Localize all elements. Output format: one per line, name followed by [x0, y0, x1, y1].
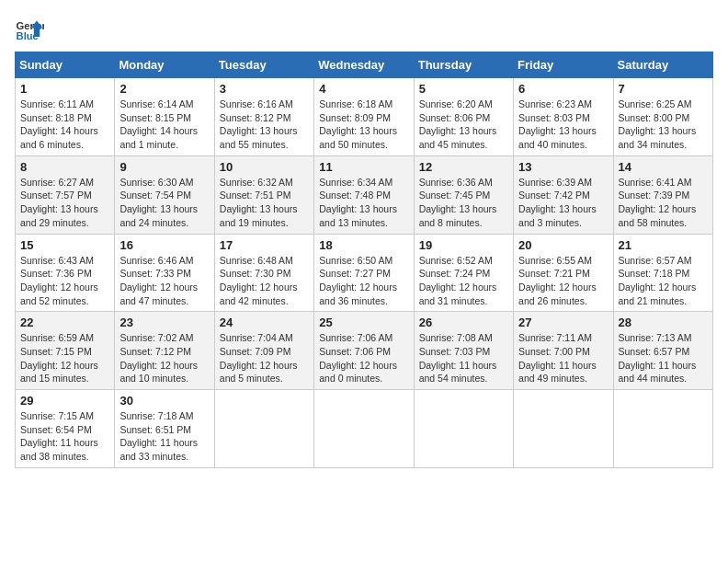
- calendar-cell: 11Sunrise: 6:34 AMSunset: 7:48 PMDayligh…: [314, 155, 414, 234]
- day-info: Sunrise: 7:13 AMSunset: 6:57 PMDaylight:…: [619, 331, 708, 385]
- day-number: 29: [20, 394, 109, 408]
- day-info: Sunrise: 6:36 AMSunset: 7:45 PMDaylight:…: [419, 176, 508, 230]
- day-number: 27: [518, 316, 608, 329]
- day-info: Sunrise: 7:18 AMSunset: 6:51 PMDaylight:…: [119, 409, 209, 464]
- calendar-cell: 5Sunrise: 6:20 AMSunset: 8:06 PMDaylight…: [414, 78, 513, 156]
- calendar-cell: 28Sunrise: 7:13 AMSunset: 6:57 PMDayligh…: [613, 312, 712, 390]
- day-info: Sunrise: 6:34 AMSunset: 7:48 PMDaylight:…: [319, 176, 408, 230]
- day-info: Sunrise: 6:52 AMSunset: 7:24 PMDaylight:…: [419, 254, 508, 308]
- day-number: 22: [20, 316, 109, 329]
- weekday-header-row: SundayMondayTuesdayWednesdayThursdayFrid…: [16, 52, 713, 78]
- calendar-cell: 29Sunrise: 7:15 AMSunset: 6:54 PMDayligh…: [16, 390, 115, 468]
- day-info: Sunrise: 6:55 AMSunset: 7:21 PMDaylight:…: [518, 254, 608, 308]
- calendar-cell: 21Sunrise: 6:57 AMSunset: 7:18 PMDayligh…: [613, 234, 712, 312]
- calendar-cell: 2Sunrise: 6:14 AMSunset: 8:15 PMDaylight…: [115, 78, 214, 156]
- day-info: Sunrise: 6:18 AMSunset: 8:09 PMDaylight:…: [319, 98, 408, 152]
- calendar-cell: 14Sunrise: 6:41 AMSunset: 7:39 PMDayligh…: [613, 155, 712, 234]
- day-info: Sunrise: 7:11 AMSunset: 7:00 PMDaylight:…: [518, 331, 608, 385]
- day-info: Sunrise: 6:59 AMSunset: 7:15 PMDaylight:…: [20, 331, 109, 385]
- calendar-cell: 27Sunrise: 7:11 AMSunset: 7:00 PMDayligh…: [514, 312, 613, 390]
- calendar-cell: 9Sunrise: 6:30 AMSunset: 7:54 PMDaylight…: [115, 155, 214, 234]
- day-info: Sunrise: 6:30 AMSunset: 7:54 PMDaylight:…: [119, 176, 209, 230]
- day-number: 11: [319, 160, 408, 174]
- calendar-cell: 17Sunrise: 6:48 AMSunset: 7:30 PMDayligh…: [214, 234, 313, 312]
- day-number: 12: [419, 160, 508, 174]
- calendar-cell: 1Sunrise: 6:11 AMSunset: 8:18 PMDaylight…: [16, 78, 115, 156]
- logo: General Blue: [15, 15, 48, 44]
- calendar-cell: [214, 390, 313, 468]
- day-info: Sunrise: 6:32 AMSunset: 7:51 PMDaylight:…: [220, 176, 309, 230]
- calendar-cell: 20Sunrise: 6:55 AMSunset: 7:21 PMDayligh…: [514, 234, 613, 312]
- weekday-header-friday: Friday: [514, 52, 613, 78]
- day-number: 20: [518, 238, 608, 252]
- day-number: 26: [419, 316, 508, 329]
- day-number: 1: [20, 82, 109, 96]
- weekday-header-thursday: Thursday: [414, 52, 513, 78]
- day-info: Sunrise: 6:27 AMSunset: 7:57 PMDaylight:…: [20, 176, 109, 230]
- day-info: Sunrise: 6:43 AMSunset: 7:36 PMDaylight:…: [20, 254, 109, 308]
- day-number: 17: [220, 238, 309, 252]
- calendar-cell: [514, 390, 613, 468]
- day-info: Sunrise: 6:20 AMSunset: 8:06 PMDaylight:…: [419, 98, 508, 152]
- week-row-5: 29Sunrise: 7:15 AMSunset: 6:54 PMDayligh…: [16, 390, 713, 468]
- calendar-cell: [613, 390, 712, 468]
- week-row-4: 22Sunrise: 6:59 AMSunset: 7:15 PMDayligh…: [16, 312, 713, 390]
- weekday-header-wednesday: Wednesday: [314, 52, 414, 78]
- calendar-cell: 3Sunrise: 6:16 AMSunset: 8:12 PMDaylight…: [214, 78, 313, 156]
- day-info: Sunrise: 7:08 AMSunset: 7:03 PMDaylight:…: [419, 331, 508, 385]
- day-number: 24: [220, 316, 309, 329]
- calendar-cell: 10Sunrise: 6:32 AMSunset: 7:51 PMDayligh…: [214, 155, 313, 234]
- calendar-cell: 6Sunrise: 6:23 AMSunset: 8:03 PMDaylight…: [514, 78, 613, 156]
- day-number: 19: [419, 238, 508, 252]
- day-number: 14: [619, 160, 708, 174]
- day-number: 7: [619, 82, 708, 96]
- week-row-2: 8Sunrise: 6:27 AMSunset: 7:57 PMDaylight…: [16, 155, 713, 234]
- day-number: 30: [119, 394, 209, 408]
- day-number: 16: [119, 238, 209, 252]
- weekday-header-tuesday: Tuesday: [214, 52, 313, 78]
- calendar-cell: 15Sunrise: 6:43 AMSunset: 7:36 PMDayligh…: [16, 234, 115, 312]
- day-number: 18: [319, 238, 408, 252]
- day-info: Sunrise: 6:39 AMSunset: 7:42 PMDaylight:…: [518, 176, 608, 230]
- day-number: 10: [220, 160, 309, 174]
- day-info: Sunrise: 7:02 AMSunset: 7:12 PMDaylight:…: [119, 331, 209, 385]
- calendar-cell: 25Sunrise: 7:06 AMSunset: 7:06 PMDayligh…: [314, 312, 414, 390]
- calendar-cell: 26Sunrise: 7:08 AMSunset: 7:03 PMDayligh…: [414, 312, 513, 390]
- week-row-1: 1Sunrise: 6:11 AMSunset: 8:18 PMDaylight…: [16, 78, 713, 156]
- page-header: General Blue: [15, 15, 713, 44]
- calendar-cell: 19Sunrise: 6:52 AMSunset: 7:24 PMDayligh…: [414, 234, 513, 312]
- day-info: Sunrise: 7:15 AMSunset: 6:54 PMDaylight:…: [20, 409, 109, 464]
- calendar-cell: 12Sunrise: 6:36 AMSunset: 7:45 PMDayligh…: [414, 155, 513, 234]
- day-info: Sunrise: 7:04 AMSunset: 7:09 PMDaylight:…: [220, 331, 309, 385]
- day-number: 21: [619, 238, 708, 252]
- calendar-cell: 23Sunrise: 7:02 AMSunset: 7:12 PMDayligh…: [115, 312, 214, 390]
- day-number: 6: [518, 82, 608, 96]
- day-number: 15: [20, 238, 109, 252]
- day-info: Sunrise: 6:50 AMSunset: 7:27 PMDaylight:…: [319, 254, 408, 308]
- calendar-table: SundayMondayTuesdayWednesdayThursdayFrid…: [15, 52, 713, 468]
- calendar-cell: 24Sunrise: 7:04 AMSunset: 7:09 PMDayligh…: [214, 312, 313, 390]
- day-number: 13: [518, 160, 608, 174]
- logo-icon: General Blue: [15, 15, 44, 44]
- day-number: 5: [419, 82, 508, 96]
- weekday-header-monday: Monday: [115, 52, 214, 78]
- day-info: Sunrise: 6:48 AMSunset: 7:30 PMDaylight:…: [220, 254, 309, 308]
- calendar-cell: 13Sunrise: 6:39 AMSunset: 7:42 PMDayligh…: [514, 155, 613, 234]
- weekday-header-saturday: Saturday: [613, 52, 712, 78]
- day-info: Sunrise: 6:23 AMSunset: 8:03 PMDaylight:…: [518, 98, 608, 152]
- week-row-3: 15Sunrise: 6:43 AMSunset: 7:36 PMDayligh…: [16, 234, 713, 312]
- day-info: Sunrise: 6:14 AMSunset: 8:15 PMDaylight:…: [119, 98, 209, 152]
- calendar-cell: [314, 390, 414, 468]
- day-number: 4: [319, 82, 408, 96]
- day-number: 3: [220, 82, 309, 96]
- day-number: 23: [119, 316, 209, 329]
- day-info: Sunrise: 6:11 AMSunset: 8:18 PMDaylight:…: [20, 98, 109, 152]
- day-info: Sunrise: 7:06 AMSunset: 7:06 PMDaylight:…: [319, 331, 408, 385]
- day-number: 2: [119, 82, 209, 96]
- day-info: Sunrise: 6:41 AMSunset: 7:39 PMDaylight:…: [619, 176, 708, 230]
- calendar-cell: 22Sunrise: 6:59 AMSunset: 7:15 PMDayligh…: [16, 312, 115, 390]
- calendar-cell: 18Sunrise: 6:50 AMSunset: 7:27 PMDayligh…: [314, 234, 414, 312]
- day-info: Sunrise: 6:25 AMSunset: 8:00 PMDaylight:…: [619, 98, 708, 152]
- day-number: 28: [619, 316, 708, 329]
- calendar-cell: 7Sunrise: 6:25 AMSunset: 8:00 PMDaylight…: [613, 78, 712, 156]
